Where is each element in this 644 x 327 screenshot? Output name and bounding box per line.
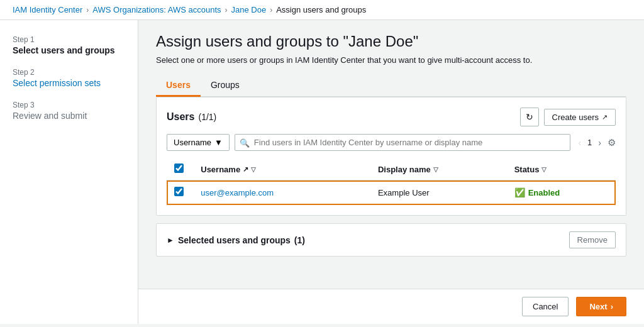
row-status-cell: ✅ Enabled [507, 180, 616, 205]
header-status[interactable]: Status ▽ [507, 158, 616, 180]
display-name-value: Example User [378, 188, 430, 197]
table-settings-button[interactable]: ⚙ [608, 137, 616, 148]
breadcrumb-sep-2: › [225, 6, 228, 14]
sidebar-step-3: Step 3 Review and submit [13, 101, 125, 121]
filter-label: Username [174, 138, 211, 147]
step-2-title[interactable]: Select permission sets [13, 78, 125, 88]
header-username[interactable]: Username ↗ ▽ [193, 158, 370, 180]
main-content: Assign users and groups to "Jane Doe" Se… [138, 20, 644, 289]
selected-panel: ► Selected users and groups (1) Remove [156, 223, 626, 257]
next-label: Next [589, 302, 607, 311]
breadcrumb: IAM Identity Center › AWS Organizations:… [0, 0, 644, 20]
selected-panel-left: ► Selected users and groups (1) [167, 235, 305, 245]
step-1-title: Select users and groups [13, 45, 125, 55]
user-link[interactable]: user@example.com [201, 188, 274, 197]
breadcrumb-aws-org[interactable]: AWS Organizations: AWS accounts [92, 5, 221, 14]
filter-chevron-icon: ▼ [214, 138, 223, 147]
status-value: Enabled [528, 188, 560, 197]
breadcrumb-iam[interactable]: IAM Identity Center [13, 5, 82, 14]
panel-title: Users [167, 111, 194, 123]
next-page-button[interactable]: › [596, 136, 604, 149]
page-title: Assign users and groups to "Jane Doe" [156, 33, 626, 50]
remove-button[interactable]: Remove [569, 231, 616, 248]
breadcrumb-current: Assign users and groups [276, 5, 366, 14]
page-number: 1 [587, 138, 592, 147]
create-users-button[interactable]: Create users ↗ [544, 109, 616, 126]
step-3-title: Review and submit [13, 111, 125, 121]
tabs-container: Users Groups [156, 75, 626, 97]
panel-header: Users (1/1) ↻ Create users ↗ [167, 108, 616, 126]
prev-page-button[interactable]: ‹ [575, 136, 584, 149]
select-all-checkbox[interactable] [174, 164, 184, 173]
users-count: (1/1) [198, 112, 216, 122]
breadcrumb-sep-3: › [270, 6, 272, 14]
panel-actions: ↻ Create users ↗ [520, 108, 616, 126]
next-button[interactable]: Next › [576, 297, 626, 316]
breadcrumb-jane-doe[interactable]: Jane Doe [231, 5, 267, 14]
table-row: user@example.com Example User ✅ Enabled [167, 180, 616, 205]
display-name-sort-icon: ▽ [433, 166, 438, 173]
users-panel: Users (1/1) ↻ Create users ↗ [156, 97, 626, 216]
header-checkbox-col [167, 158, 193, 180]
selected-panel-count: (1) [294, 235, 305, 245]
status-sort-icon: ▽ [541, 166, 547, 173]
refresh-icon: ↻ [526, 112, 533, 122]
step-1-label: Step 1 [13, 35, 125, 44]
page-desc: Select one or more users or groups in IA… [156, 55, 626, 65]
search-row: Username ▼ 🔍 ‹ 1 › ⚙ [167, 134, 616, 151]
display-name-col-label: Display name [378, 165, 431, 174]
search-icon: 🔍 [240, 138, 250, 147]
external-link-icon: ↗ [602, 113, 608, 121]
refresh-button[interactable]: ↻ [520, 108, 539, 126]
users-table: Username ↗ ▽ Display name ▽ [167, 158, 616, 205]
username-sort-icon: ▽ [251, 166, 256, 173]
selected-panel-label: Selected users and groups [178, 235, 291, 245]
expand-icon[interactable]: ► [167, 236, 174, 245]
row-display-name-cell: Example User [370, 180, 507, 205]
table-header: Username ↗ ▽ Display name ▽ [167, 158, 616, 180]
cancel-button[interactable]: Cancel [522, 297, 569, 316]
step-2-label: Step 2 [13, 68, 125, 77]
tab-users[interactable]: Users [156, 75, 201, 97]
table-header-row: Username ↗ ▽ Display name ▽ [167, 158, 616, 180]
filter-button[interactable]: Username ▼ [167, 134, 230, 151]
search-input[interactable] [235, 134, 571, 151]
header-display-name[interactable]: Display name ▽ [370, 158, 507, 180]
breadcrumb-sep-1: › [86, 6, 89, 14]
row-checkbox[interactable] [174, 187, 184, 196]
search-input-wrap: 🔍 [235, 134, 571, 151]
status-col-label: Status [514, 165, 540, 174]
row-username-cell: user@example.com [193, 180, 370, 205]
row-checkbox-cell [167, 180, 193, 205]
footer: Cancel Next › [138, 289, 644, 324]
step-3-label: Step 3 [13, 101, 125, 109]
sidebar-step-2[interactable]: Step 2 Select permission sets [13, 68, 125, 88]
next-arrow-icon: › [611, 302, 613, 311]
status-enabled-icon: ✅ [514, 187, 525, 197]
create-users-label: Create users [552, 113, 599, 122]
username-external-icon: ↗ [243, 165, 248, 174]
tab-groups[interactable]: Groups [201, 75, 250, 97]
sidebar-step-1: Step 1 Select users and groups [13, 35, 125, 55]
pagination: ‹ 1 › ⚙ [575, 136, 616, 149]
table-body: user@example.com Example User ✅ Enabled [167, 180, 616, 205]
username-col-label: Username [201, 165, 240, 174]
sidebar: Step 1 Select users and groups Step 2 Se… [0, 20, 138, 324]
